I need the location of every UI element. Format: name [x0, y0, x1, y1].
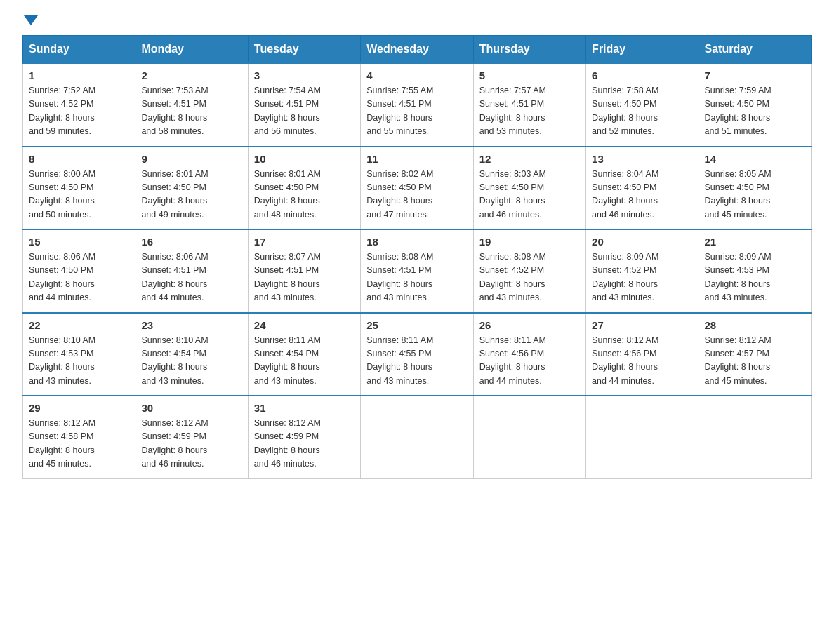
day-cell-12: 12 Sunrise: 8:03 AM Sunset: 4:50 PM Dayl…	[473, 147, 585, 230]
day-info: Sunrise: 8:12 AM Sunset: 4:59 PM Dayligh…	[254, 417, 355, 471]
day-number: 26	[479, 319, 580, 331]
day-cell-3: 3 Sunrise: 7:54 AM Sunset: 4:51 PM Dayli…	[248, 63, 360, 147]
day-cell-26: 26 Sunrise: 8:11 AM Sunset: 4:56 PM Dayl…	[473, 313, 585, 396]
day-info: Sunrise: 8:10 AM Sunset: 4:53 PM Dayligh…	[29, 334, 129, 389]
weekday-header-sunday: Sunday	[23, 36, 135, 64]
day-cell-14: 14 Sunrise: 8:05 AM Sunset: 4:50 PM Dayl…	[699, 147, 811, 230]
day-number: 23	[141, 319, 241, 331]
day-number: 19	[479, 236, 580, 248]
day-number: 16	[141, 236, 241, 248]
day-cell-16: 16 Sunrise: 8:06 AM Sunset: 4:51 PM Dayl…	[135, 229, 248, 313]
day-cell-13: 13 Sunrise: 8:04 AM Sunset: 4:50 PM Dayl…	[586, 147, 699, 230]
empty-cell	[586, 396, 699, 478]
day-info: Sunrise: 8:12 AM Sunset: 4:56 PM Dayligh…	[592, 334, 692, 389]
day-number: 5	[479, 69, 580, 81]
day-info: Sunrise: 8:00 AM Sunset: 4:50 PM Dayligh…	[29, 168, 129, 222]
day-cell-6: 6 Sunrise: 7:58 AM Sunset: 4:50 PM Dayli…	[586, 63, 699, 147]
logo	[22, 17, 38, 27]
day-number: 13	[592, 153, 692, 165]
day-cell-4: 4 Sunrise: 7:55 AM Sunset: 4:51 PM Dayli…	[361, 63, 473, 147]
day-info: Sunrise: 7:52 AM Sunset: 4:52 PM Dayligh…	[29, 84, 129, 139]
logo-triangle-icon	[24, 15, 38, 25]
day-cell-15: 15 Sunrise: 8:06 AM Sunset: 4:50 PM Dayl…	[23, 229, 135, 313]
day-info: Sunrise: 8:04 AM Sunset: 4:50 PM Dayligh…	[592, 168, 692, 222]
day-cell-21: 21 Sunrise: 8:09 AM Sunset: 4:53 PM Dayl…	[699, 229, 811, 313]
day-number: 6	[592, 69, 692, 81]
day-cell-20: 20 Sunrise: 8:09 AM Sunset: 4:52 PM Dayl…	[586, 229, 699, 313]
day-info: Sunrise: 8:08 AM Sunset: 4:51 PM Dayligh…	[366, 250, 467, 305]
day-info: Sunrise: 8:09 AM Sunset: 4:53 PM Dayligh…	[705, 250, 805, 305]
empty-cell	[361, 396, 473, 478]
day-number: 4	[366, 69, 467, 81]
day-number: 15	[29, 236, 129, 248]
day-cell-28: 28 Sunrise: 8:12 AM Sunset: 4:57 PM Dayl…	[699, 313, 811, 396]
day-cell-8: 8 Sunrise: 8:00 AM Sunset: 4:50 PM Dayli…	[23, 147, 135, 230]
day-number: 20	[592, 236, 692, 248]
day-info: Sunrise: 8:12 AM Sunset: 4:59 PM Dayligh…	[141, 417, 241, 471]
week-row-3: 15 Sunrise: 8:06 AM Sunset: 4:50 PM Dayl…	[23, 229, 812, 313]
weekday-header-monday: Monday	[135, 36, 248, 64]
day-number: 11	[366, 153, 467, 165]
day-number: 12	[479, 153, 580, 165]
day-cell-27: 27 Sunrise: 8:12 AM Sunset: 4:56 PM Dayl…	[586, 313, 699, 396]
day-number: 3	[254, 69, 355, 81]
day-info: Sunrise: 8:08 AM Sunset: 4:52 PM Dayligh…	[479, 250, 580, 305]
day-cell-22: 22 Sunrise: 8:10 AM Sunset: 4:53 PM Dayl…	[23, 313, 135, 396]
day-info: Sunrise: 7:53 AM Sunset: 4:51 PM Dayligh…	[141, 84, 241, 139]
day-cell-19: 19 Sunrise: 8:08 AM Sunset: 4:52 PM Dayl…	[473, 229, 585, 313]
day-number: 10	[254, 153, 355, 165]
day-cell-1: 1 Sunrise: 7:52 AM Sunset: 4:52 PM Dayli…	[23, 63, 135, 147]
day-cell-23: 23 Sunrise: 8:10 AM Sunset: 4:54 PM Dayl…	[135, 313, 248, 396]
day-info: Sunrise: 7:58 AM Sunset: 4:50 PM Dayligh…	[592, 84, 692, 139]
day-info: Sunrise: 8:06 AM Sunset: 4:51 PM Dayligh…	[141, 250, 241, 305]
day-cell-5: 5 Sunrise: 7:57 AM Sunset: 4:51 PM Dayli…	[473, 63, 585, 147]
day-number: 29	[29, 402, 129, 414]
day-number: 25	[366, 319, 467, 331]
day-info: Sunrise: 8:01 AM Sunset: 4:50 PM Dayligh…	[141, 168, 241, 222]
day-info: Sunrise: 8:06 AM Sunset: 4:50 PM Dayligh…	[29, 250, 129, 305]
day-number: 2	[141, 69, 241, 81]
day-info: Sunrise: 7:59 AM Sunset: 4:50 PM Dayligh…	[705, 84, 805, 139]
day-info: Sunrise: 8:12 AM Sunset: 4:58 PM Dayligh…	[29, 417, 129, 471]
page-header	[22, 17, 812, 27]
weekday-header-tuesday: Tuesday	[248, 36, 360, 64]
day-number: 8	[29, 153, 129, 165]
day-info: Sunrise: 8:01 AM Sunset: 4:50 PM Dayligh…	[254, 168, 355, 222]
day-cell-24: 24 Sunrise: 8:11 AM Sunset: 4:54 PM Dayl…	[248, 313, 360, 396]
day-cell-31: 31 Sunrise: 8:12 AM Sunset: 4:59 PM Dayl…	[248, 396, 360, 478]
day-number: 7	[705, 69, 805, 81]
day-info: Sunrise: 8:07 AM Sunset: 4:51 PM Dayligh…	[254, 250, 355, 305]
day-cell-10: 10 Sunrise: 8:01 AM Sunset: 4:50 PM Dayl…	[248, 147, 360, 230]
day-number: 1	[29, 69, 129, 81]
day-cell-30: 30 Sunrise: 8:12 AM Sunset: 4:59 PM Dayl…	[135, 396, 248, 478]
day-cell-18: 18 Sunrise: 8:08 AM Sunset: 4:51 PM Dayl…	[361, 229, 473, 313]
day-number: 9	[141, 153, 241, 165]
day-cell-11: 11 Sunrise: 8:02 AM Sunset: 4:50 PM Dayl…	[361, 147, 473, 230]
day-number: 21	[705, 236, 805, 248]
empty-cell	[699, 396, 811, 478]
weekday-header-wednesday: Wednesday	[361, 36, 473, 64]
week-row-2: 8 Sunrise: 8:00 AM Sunset: 4:50 PM Dayli…	[23, 147, 812, 230]
day-cell-2: 2 Sunrise: 7:53 AM Sunset: 4:51 PM Dayli…	[135, 63, 248, 147]
day-number: 14	[705, 153, 805, 165]
day-info: Sunrise: 7:55 AM Sunset: 4:51 PM Dayligh…	[366, 84, 467, 139]
day-number: 27	[592, 319, 692, 331]
day-number: 17	[254, 236, 355, 248]
day-number: 22	[29, 319, 129, 331]
calendar-table: SundayMondayTuesdayWednesdayThursdayFrid…	[22, 35, 812, 479]
day-number: 24	[254, 319, 355, 331]
day-number: 28	[705, 319, 805, 331]
day-number: 18	[366, 236, 467, 248]
day-info: Sunrise: 8:05 AM Sunset: 4:50 PM Dayligh…	[705, 168, 805, 222]
day-info: Sunrise: 8:02 AM Sunset: 4:50 PM Dayligh…	[366, 168, 467, 222]
day-number: 31	[254, 402, 355, 414]
day-info: Sunrise: 7:54 AM Sunset: 4:51 PM Dayligh…	[254, 84, 355, 139]
weekday-header-thursday: Thursday	[473, 36, 585, 64]
empty-cell	[473, 396, 585, 478]
weekday-header-saturday: Saturday	[699, 36, 811, 64]
day-info: Sunrise: 8:03 AM Sunset: 4:50 PM Dayligh…	[479, 168, 580, 222]
day-info: Sunrise: 8:11 AM Sunset: 4:54 PM Dayligh…	[254, 334, 355, 389]
day-info: Sunrise: 7:57 AM Sunset: 4:51 PM Dayligh…	[479, 84, 580, 139]
day-info: Sunrise: 8:12 AM Sunset: 4:57 PM Dayligh…	[705, 334, 805, 389]
day-cell-9: 9 Sunrise: 8:01 AM Sunset: 4:50 PM Dayli…	[135, 147, 248, 230]
